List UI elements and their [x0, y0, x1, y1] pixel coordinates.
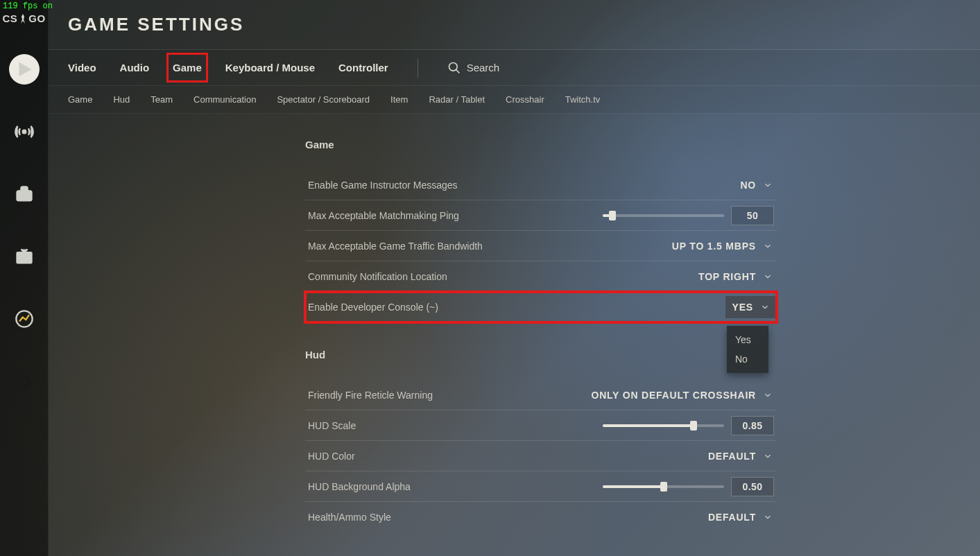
chevron-down-icon	[763, 272, 773, 281]
subtab-hud[interactable]: Hud	[113, 94, 130, 105]
tab-audio[interactable]: Audio	[120, 59, 150, 76]
row-health-ammo-style: Health/Ammo Style DEFAULT	[305, 502, 777, 532]
subtab-team[interactable]: Team	[151, 94, 173, 105]
row-hud-scale: HUD Scale 0.85	[305, 410, 777, 441]
slider-hud-scale[interactable]	[603, 424, 724, 427]
secondary-tabs: Game Hud Team Communication Spectator / …	[49, 86, 980, 114]
row-label: Max Acceptable Game Traffic Bandwidth	[308, 241, 483, 252]
section-head-hud: Hud	[305, 349, 777, 360]
chevron-down-icon	[763, 390, 773, 400]
chevron-down-icon	[763, 512, 773, 522]
dropdown-ff-warn[interactable]: ONLY ON DEFAULT CROSSHAIR	[590, 387, 774, 403]
dropdown-instructor[interactable]: NO	[739, 177, 774, 193]
svg-rect-2	[17, 252, 31, 263]
row-label: Community Notification Location	[308, 271, 447, 282]
briefcase-icon	[15, 184, 34, 204]
fps-overlay: 119 fps on	[0, 0, 55, 12]
tab-game[interactable]: Game	[173, 59, 202, 76]
settings-content: Game Enable Game Instructor Messages NO …	[49, 114, 980, 556]
nav-watch[interactable]	[0, 239, 48, 274]
tab-divider	[418, 58, 418, 78]
chevron-down-icon	[763, 180, 773, 190]
nav-play[interactable]	[0, 52, 48, 87]
play-icon	[9, 54, 40, 85]
chevron-down-icon	[760, 302, 770, 312]
search-box[interactable]: Search	[447, 61, 500, 75]
svg-point-0	[22, 130, 26, 134]
row-label: HUD Background Alpha	[308, 481, 411, 492]
slider-hud-bg-alpha[interactable]	[603, 485, 724, 488]
numbox-hud-bg-alpha[interactable]: 0.50	[731, 477, 774, 496]
subtab-communication[interactable]: Communication	[194, 94, 256, 105]
row-label: Enable Game Instructor Messages	[308, 180, 458, 191]
search-icon	[447, 61, 461, 75]
nav-settings[interactable]	[0, 364, 48, 399]
row-mm-ping: Max Acceptable Matchmaking Ping 50	[305, 200, 777, 231]
dropdown-option-yes[interactable]: Yes	[727, 330, 768, 349]
subtab-item[interactable]: Item	[390, 94, 408, 105]
stats-icon	[15, 309, 34, 329]
row-bandwidth: Max Acceptable Game Traffic Bandwidth UP…	[305, 231, 777, 261]
slider-mm-ping[interactable]	[603, 214, 724, 217]
left-sidebar: CS GO	[0, 0, 49, 556]
svg-rect-1	[17, 191, 31, 200]
page-title: GAME SETTINGS	[68, 14, 244, 35]
row-dev-console: Enable Developer Console (~) YES Yes No	[305, 292, 777, 322]
subtab-crosshair[interactable]: Crosshair	[506, 94, 544, 105]
nav-stats[interactable]	[0, 302, 48, 336]
dropdown-option-no[interactable]: No	[727, 349, 768, 369]
svg-line-5	[456, 69, 459, 73]
nav-broadcast[interactable]	[0, 114, 48, 149]
dropdown-bandwidth[interactable]: UP TO 1.5 MBPS	[671, 238, 774, 254]
subtab-twitch[interactable]: Twitch.tv	[565, 94, 601, 105]
title-bar: GAME SETTINGS	[49, 0, 980, 50]
search-placeholder: Search	[467, 62, 500, 73]
dropdown-menu-dev-console: Yes No	[727, 326, 768, 373]
row-label: Friendly Fire Reticle Warning	[308, 390, 433, 401]
dropdown-health-ammo-style[interactable]: DEFAULT	[707, 509, 774, 525]
gear-icon	[15, 372, 34, 391]
nav-inventory[interactable]	[0, 177, 48, 211]
logo-figure-icon	[19, 13, 27, 24]
row-label: HUD Color	[308, 451, 355, 462]
section-head-game: Game	[305, 139, 777, 150]
row-label: Max Acceptable Matchmaking Ping	[308, 210, 459, 221]
primary-tabs: Video Audio Game Keyboard / Mouse Contro…	[49, 50, 980, 86]
row-hud-bg-alpha: HUD Background Alpha 0.50	[305, 471, 777, 502]
chevron-down-icon	[763, 241, 773, 251]
numbox-mm-ping[interactable]: 50	[731, 206, 774, 225]
row-instructor: Enable Game Instructor Messages NO	[305, 170, 777, 200]
subtab-game[interactable]: Game	[68, 94, 92, 105]
row-notif-loc: Community Notification Location TOP RIGH…	[305, 261, 777, 292]
tab-video[interactable]: Video	[68, 59, 96, 76]
dropdown-hud-color[interactable]: DEFAULT	[707, 448, 774, 464]
row-label: Health/Ammo Style	[308, 512, 391, 523]
svg-point-4	[449, 62, 457, 71]
subtab-radar[interactable]: Radar / Tablet	[429, 94, 485, 105]
tab-controller[interactable]: Controller	[338, 59, 388, 76]
row-hud-color: HUD Color DEFAULT	[305, 441, 777, 471]
row-label: Enable Developer Console (~)	[308, 302, 438, 313]
row-label: HUD Scale	[308, 420, 356, 431]
tv-icon	[15, 247, 34, 266]
broadcast-icon	[15, 122, 34, 141]
chevron-down-icon	[763, 451, 773, 461]
game-logo: CS GO	[2, 12, 45, 24]
dropdown-dev-console[interactable]: YES	[725, 296, 777, 318]
subtab-spectator[interactable]: Spectator / Scoreboard	[277, 94, 370, 105]
row-ff-warn: Friendly Fire Reticle Warning ONLY ON DE…	[305, 380, 777, 410]
numbox-hud-scale[interactable]: 0.85	[731, 416, 774, 435]
tab-keyboard-mouse[interactable]: Keyboard / Mouse	[225, 59, 315, 76]
dropdown-notif-loc[interactable]: TOP RIGHT	[697, 268, 774, 285]
